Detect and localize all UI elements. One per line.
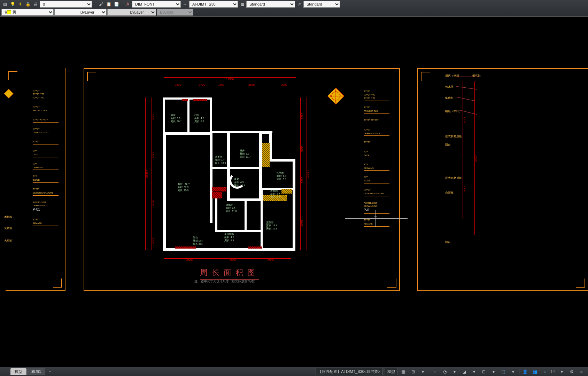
drawing-canvas[interactable]: ?????????? ???????? ??? ?????PROJECT TLE… xyxy=(0,19,588,366)
osnap-icon[interactable]: ⊡ xyxy=(480,368,488,376)
lineweight-dropdown[interactable]: ByLayer xyxy=(107,9,156,16)
tblk-entry: ???SCALE xyxy=(33,175,59,183)
tblk-entry: ?????PROJECT TLE xyxy=(33,105,59,113)
dim-seg: 5800 xyxy=(152,173,155,232)
room-kitchen: 厨房面积: 6.0周长: 10.1 xyxy=(171,113,182,123)
tblk-entry: ?????DRAWING TITLE xyxy=(364,128,389,136)
material-label: 瓷砖面 xyxy=(4,226,13,230)
layer-dropdown[interactable]: 0 xyxy=(40,1,92,8)
room-master: 主卧室面积: 13.1周长: 16.9 xyxy=(266,221,277,230)
sheet-frame-left: ?????????? ???????? ??? ?????PROJECT TLE… xyxy=(6,68,65,291)
tblk-entry: ???DRAWING xyxy=(364,163,389,171)
dim-style-dropdown[interactable]: AI-DIMT_S30 xyxy=(189,1,238,8)
text-style-dropdown[interactable]: DIM_FONT xyxy=(132,1,181,8)
annotation: 热水器 xyxy=(445,85,454,89)
polar-icon[interactable]: ◔ xyxy=(441,368,449,376)
menu-icon[interactable]: ≡ xyxy=(578,368,585,376)
snap-icon[interactable]: ⊞ xyxy=(409,368,417,376)
drawing-subtitle: 注：图中尺寸为设计尺寸（以实际放样为准） xyxy=(194,279,257,284)
dim-seg: 1700 xyxy=(192,83,212,86)
tblk-entry: ????? xyxy=(364,141,389,145)
chevron-down-icon[interactable]: ▾ xyxy=(419,368,427,376)
tblk-entry: ???DATE xyxy=(364,150,389,158)
dim-seg: 3000 xyxy=(215,258,250,262)
isoplane-icon[interactable]: ◢ xyxy=(461,368,468,376)
scale-indicator[interactable]: 1:1 xyxy=(551,370,556,374)
chevron-down-icon[interactable]: ▾ xyxy=(509,368,517,376)
person-icon[interactable]: 👤 xyxy=(521,368,529,376)
cursor-pickbox xyxy=(374,217,377,220)
room-cloak: 衣帽间面积: 1.7周长: 5.5 xyxy=(270,189,280,199)
tblk-entry: PC0035.COMDRAWING NO.P-01 xyxy=(364,201,389,214)
tblk-entry: ?????DESIGN SIGNATURE xyxy=(364,188,389,196)
dim-seg: 2700 xyxy=(300,134,304,164)
mleader-style-dropdown[interactable]: Standard xyxy=(303,1,340,8)
dim-seg: 3300 xyxy=(300,97,304,134)
tblk-entry: ?????DESIGN SIGNATURE xyxy=(33,188,59,196)
annotation: 集成柜 xyxy=(445,96,454,100)
mleader-style-icon[interactable]: ↗ xyxy=(296,1,303,8)
material-label: 木地板 xyxy=(4,215,13,219)
chevron-down-icon[interactable]: ▾ xyxy=(558,368,566,376)
tblk-entry: ????? xyxy=(33,140,59,144)
table-style-icon[interactable]: ▦ xyxy=(239,1,246,8)
layer-iso-icon[interactable]: 📋 xyxy=(105,1,112,8)
annotation: 嵌式多材质板 xyxy=(445,176,462,180)
grid-icon[interactable]: ▦ xyxy=(400,368,407,376)
room-wash2: 洗手间面积: 4.3周长: 8.9 xyxy=(277,171,286,181)
dim-overall-top: 11500 xyxy=(164,77,296,81)
bulb-icon[interactable]: 💡 xyxy=(9,1,16,8)
annotation: 台面板 xyxy=(445,191,454,195)
svg-text:B: B xyxy=(340,95,342,97)
color-dropdown[interactable]: 黄 xyxy=(1,9,54,16)
tblk-entry: ???SCALE xyxy=(364,175,389,183)
match-layer-icon[interactable]: 🖌 xyxy=(98,1,105,8)
table-style-dropdown[interactable]: Standard xyxy=(246,1,295,8)
room-foyer: 门厅面积: 4.6周长: 9.2 xyxy=(194,113,204,123)
space-indicator[interactable]: 模型 xyxy=(385,368,397,375)
north-arrow: A B C D xyxy=(327,87,345,105)
dim-right-ov: 13500 xyxy=(474,81,478,235)
room-living: 客厅、餐厅面积: 32.9周长: 25.9 xyxy=(178,182,190,192)
dim-right-1: 3300 xyxy=(463,81,466,158)
dim-seg: 3500 xyxy=(250,258,291,262)
layer-status-text: 【阿强配置】AI-DIMT_S30<归层关> xyxy=(316,368,382,375)
tblk-entry: ??????????? xyxy=(33,118,59,123)
print-icon[interactable]: 🖨 xyxy=(32,1,39,8)
annotation-icon[interactable]: ⟐ xyxy=(541,368,549,376)
lock-icon[interactable]: 🔓 xyxy=(24,1,31,8)
tab-model[interactable]: 模型 xyxy=(10,368,26,375)
text-style-icon[interactable]: A xyxy=(124,1,131,8)
svg-text:D: D xyxy=(330,95,332,97)
linetype-dropdown[interactable]: ByLayer xyxy=(54,9,107,16)
chevron-down-icon[interactable]: ▾ xyxy=(451,368,458,376)
chevron-down-icon[interactable]: ▾ xyxy=(470,368,478,376)
annotation: 阳台 xyxy=(445,240,451,244)
svg-text:A: A xyxy=(335,90,337,92)
tblk-entry: ?????PROJECT TLE xyxy=(364,106,389,114)
dim-seg: 2800 xyxy=(300,164,304,196)
tab-add-button[interactable]: + xyxy=(46,368,54,375)
tblk-entry: ??????????? xyxy=(364,119,389,123)
chevron-down-icon[interactable]: ▾ xyxy=(490,368,497,376)
person-add-icon[interactable]: 👥 xyxy=(531,368,539,376)
gear-icon[interactable]: ⚙ xyxy=(568,368,575,376)
room-balcony2: 生活阳台面积: 4.6周长: 8.9 xyxy=(224,233,234,242)
tblk-entry: ???DRAWING xyxy=(33,162,59,170)
dim-style-icon[interactable]: ↔ xyxy=(181,1,188,8)
plotstyle-dropdown[interactable]: ByColor xyxy=(157,9,193,16)
tab-layout1[interactable]: 布局1 xyxy=(27,368,45,375)
sun-icon[interactable]: ☀ xyxy=(17,1,24,8)
status-bar: 模型 布局1 + 【阿强配置】AI-DIMT_S30<归层关> 模型 ▦ ⊞ ▾… xyxy=(0,367,588,376)
dim-seg: 3500 xyxy=(152,97,155,136)
dim-seg: 1650 xyxy=(212,83,231,86)
room-wash1: 洗手间面积: 4.7周长: 10.9 xyxy=(215,155,226,165)
annoscale-icon[interactable]: ⬚ xyxy=(500,368,507,376)
layer-properties-icon[interactable]: ▤ xyxy=(1,1,8,8)
layout-tabs: 模型 布局1 + xyxy=(10,368,54,375)
dim-overall-right: 13500 xyxy=(307,97,310,250)
ortho-icon[interactable]: ⌐ xyxy=(431,368,439,376)
layer-walk-icon[interactable]: 📑 xyxy=(113,1,120,8)
toolbar-row-1: ▤ 💡 ☀ 🔓 🖨 0 🖌 📋 📑 A DIM_FONT ↔ AI-DIMT_S… xyxy=(0,0,588,8)
tblk-entry: ?????DRAWING TITLE xyxy=(33,127,59,135)
